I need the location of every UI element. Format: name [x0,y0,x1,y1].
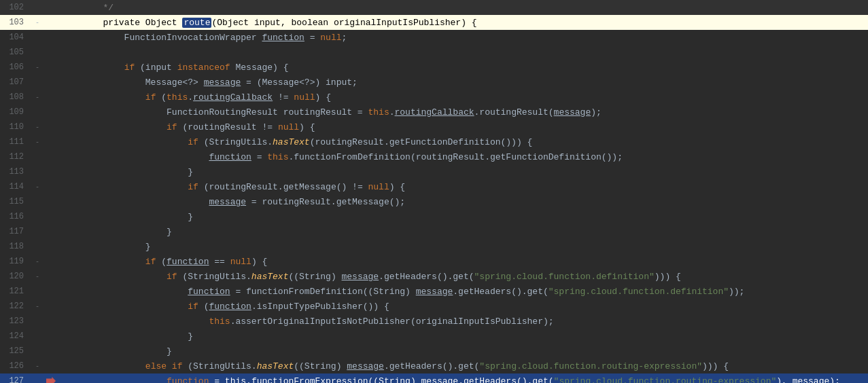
code-text-104: FunctionInvocationWrapper function = nul… [58,33,868,43]
breakpoint-gutter-127[interactable] [44,377,58,383]
code-text-106: if (input instanceof Message) { [58,62,868,73]
line-number-112: 112 [0,152,31,162]
fold-gutter-120[interactable]: - [31,273,44,280]
code-line-124: 124 } [0,329,868,344]
fold-gutter-110[interactable]: - [31,124,44,131]
code-text-117: } [58,227,868,237]
line-number-103: 103 [0,18,31,27]
line-number-102: 102 [0,3,31,12]
line-number-126: 126 [0,361,31,371]
code-text-116: } [58,212,868,222]
line-number-127: 127 [0,376,31,383]
line-number-114: 114 [0,182,31,192]
fold-gutter-114[interactable]: - [31,183,44,191]
code-line-103: 103 - private Object route(Object input,… [0,15,868,30]
line-number-119: 119 [0,257,31,266]
code-text-115: message = routingResult.getMessage(); [58,197,868,207]
code-text-102: */ [58,3,868,13]
code-line-117: 117 } [0,224,868,239]
code-line-105: 105 [0,45,868,60]
fold-gutter-122[interactable]: - [31,303,44,310]
code-text-125: } [58,346,868,357]
code-line-111: 111 - if (StringUtils.hasText(routingRes… [0,134,868,149]
code-text-127: function = this.functionFromExpression((… [58,376,868,384]
code-line-114: 114 - if (routingResult.getMessage() != … [0,179,868,194]
line-number-104: 104 [0,33,31,42]
code-line-122: 122 - if (function.isInputTypePublisher(… [0,299,868,314]
code-editor: 102 */ 103 - private Object route(Object… [0,0,868,383]
line-number-124: 124 [0,331,31,341]
line-number-110: 110 [0,122,31,132]
code-line-115: 115 message = routingResult.getMessage()… [0,194,868,209]
line-number-120: 120 [0,272,31,281]
code-text-112: function = this.functionFromDefinition(r… [58,152,868,162]
code-text-107: Message<?> message = (Message<?>) input; [58,77,868,88]
line-number-122: 122 [0,302,31,311]
code-line-121: 121 function = functionFromDefinition((S… [0,284,868,299]
code-text-113: } [58,167,868,177]
line-number-115: 115 [0,197,31,206]
code-text-122: if (function.isInputTypePublisher()) { [58,302,868,312]
code-line-119: 119 - if (function == null) { [0,254,868,269]
code-line-108: 108 - if (this.routingCallback != null) … [0,90,868,105]
fold-gutter-126[interactable]: - [31,363,44,370]
code-line-109: 109 FunctionRoutingResult routingResult … [0,105,868,120]
code-text-120: if (StringUtils.hasText((String) message… [58,272,868,282]
code-line-118: 118 } [0,239,868,254]
code-line-120: 120 - if (StringUtils.hasText((String) m… [0,269,868,284]
line-number-116: 116 [0,212,31,221]
code-line-113: 113 } [0,164,868,179]
line-number-106: 106 [0,62,31,72]
code-area: 102 */ 103 - private Object route(Object… [0,0,868,383]
line-number-111: 111 [0,137,31,147]
code-text-123: this.assertOriginalInputIsNotPublisher(o… [58,316,868,327]
line-number-118: 118 [0,242,31,251]
code-line-106: 106 - if (input instanceof Message) { [0,60,868,75]
code-text-108: if (this.routingCallback != null) { [58,92,868,103]
fold-gutter-103[interactable]: - [31,19,44,26]
fold-gutter-119[interactable]: - [31,258,44,266]
code-text-111: if (StringUtils.hasText(routingResult.ge… [58,137,868,147]
code-line-102: 102 */ [0,0,868,15]
code-line-126: 126 - else if (StringUtils.hasText((Stri… [0,359,868,373]
code-text-109: FunctionRoutingResult routingResult = th… [58,107,868,117]
code-text-126: else if (StringUtils.hasText((String) me… [58,361,868,371]
debug-arrow-icon [46,377,56,383]
line-number-113: 113 [0,167,31,177]
fold-gutter-108[interactable]: - [31,94,44,101]
code-text-118: } [58,242,868,252]
code-text-114: if (routingResult.getMessage() != null) … [58,182,868,192]
code-line-110: 110 - if (routingResult != null) { [0,120,868,134]
line-number-109: 109 [0,107,31,117]
code-line-127: 127 function = this.functionFromExpressi… [0,373,868,383]
code-text-119: if (function == null) { [58,257,868,267]
code-line-112: 112 function = this.functionFromDefiniti… [0,149,868,164]
code-line-123: 123 this.assertOriginalInputIsNotPublish… [0,314,868,329]
code-text-103: private Object route(Object input, boole… [58,18,868,28]
line-number-107: 107 [0,77,31,87]
line-number-125: 125 [0,346,31,356]
fold-gutter-106[interactable]: - [31,64,44,71]
line-number-121: 121 [0,287,31,296]
code-text-121: function = functionFromDefinition((Strin… [58,287,868,297]
code-line-104: 104 FunctionInvocationWrapper function =… [0,30,868,45]
fold-gutter-111[interactable]: - [31,139,44,146]
code-line-107: 107 Message<?> message = (Message<?>) in… [0,75,868,90]
code-text-124: } [58,331,868,342]
code-text-105 [58,48,868,58]
line-number-123: 123 [0,316,31,326]
code-line-125: 125 } [0,344,868,359]
code-line-116: 116 } [0,209,868,224]
code-text-110: if (routingResult != null) { [58,122,868,132]
line-number-108: 108 [0,92,31,102]
line-number-117: 117 [0,227,31,236]
line-number-105: 105 [0,48,31,57]
